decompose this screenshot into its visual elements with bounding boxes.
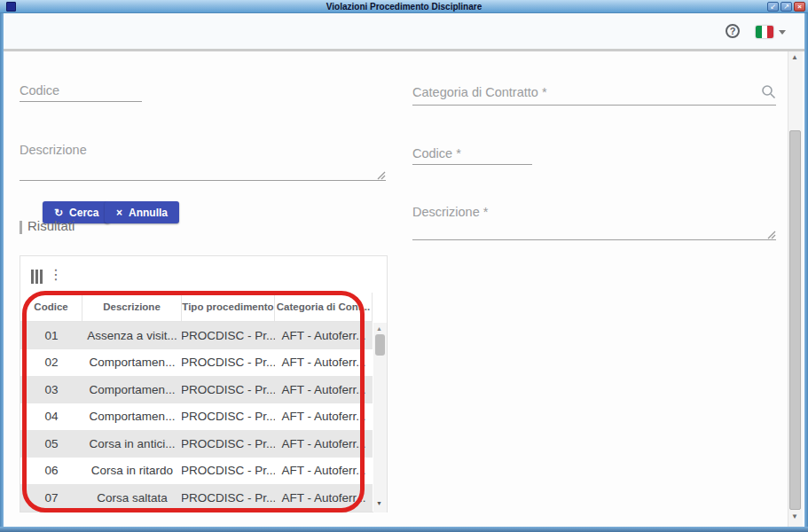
cerca-button-label: Cerca [69, 207, 98, 219]
table-cell[interactable]: AFT - Autoferr... [275, 491, 373, 505]
table-cell[interactable]: Comportamen... [82, 383, 182, 396]
results-table: CodiceDescrizioneTipo procedimentoCatego… [20, 293, 373, 512]
results-table-body: 01Assenza a visit...PROCDISC - Pr...AFT … [20, 322, 373, 512]
table-cell[interactable]: AFT - Autoferr... [275, 356, 373, 369]
column-header[interactable]: Categoria di Cont... [275, 293, 373, 321]
main-scrollbar-thumb[interactable] [789, 130, 801, 510]
annulla-button-label: Annulla [129, 207, 168, 219]
results-table-header: CodiceDescrizioneTipo procedimentoCatego… [20, 293, 373, 322]
table-cell[interactable]: AFT - Autoferr... [275, 464, 373, 477]
table-cell[interactable]: PROCDISC - Pr... [182, 491, 275, 505]
section-marker [20, 221, 22, 234]
table-cell[interactable]: PROCDISC - Pr... [182, 410, 275, 423]
close-window-icon[interactable]: × [794, 2, 805, 12]
table-cell[interactable]: AFT - Autoferr... [275, 437, 373, 450]
table-cell[interactable]: Corsa in antici... [82, 437, 182, 450]
table-row[interactable]: 07Corsa saltataPROCDISC - Pr...AFT - Aut… [20, 484, 373, 512]
table-cell[interactable]: PROCDISC - Pr... [182, 329, 275, 342]
table-cell[interactable]: Corsa in ritardo [82, 464, 182, 477]
table-cell[interactable]: AFT - Autoferr... [275, 329, 373, 342]
table-scroll-down-icon[interactable]: ▼ [376, 500, 382, 506]
table-cell[interactable]: PROCDISC - Pr... [182, 464, 275, 477]
main-scroll-up-icon[interactable]: ▲ [791, 53, 798, 61]
window-title: Violazioni Procedimento Disciplinare [0, 2, 808, 12]
maximize-window-icon[interactable]: ↗ [781, 2, 792, 12]
column-header[interactable]: Codice [20, 293, 82, 321]
table-row[interactable]: 01Assenza a visit...PROCDISC - Pr...AFT … [20, 322, 373, 349]
main-scroll-down-icon[interactable]: ▼ [791, 512, 798, 520]
table-cell[interactable]: 04 [20, 410, 82, 423]
restore-window-icon[interactable]: ↙ [767, 2, 779, 12]
table-cell[interactable]: Assenza a visit... [82, 329, 182, 342]
table-cell[interactable]: 07 [20, 491, 82, 505]
codice-detail-input[interactable] [412, 143, 532, 165]
table-cell[interactable]: PROCDISC - Pr... [182, 383, 275, 396]
table-row[interactable]: 04Comportamen...PROCDISC - Pr...AFT - Au… [20, 403, 373, 431]
table-row[interactable]: 05Corsa in antici...PROCDISC - Pr...AFT … [20, 430, 373, 458]
table-cell[interactable]: 02 [20, 356, 82, 369]
table-scrollbar-thumb[interactable] [375, 334, 385, 356]
table-cell[interactable]: 05 [20, 437, 82, 450]
annulla-button[interactable]: × Annulla [105, 201, 179, 223]
refresh-icon: ↻ [54, 207, 63, 219]
window-border-right [804, 13, 808, 532]
more-options-icon[interactable]: ⋮ [49, 266, 63, 284]
close-x-icon: × [116, 207, 122, 219]
descrizione-detail-textarea[interactable] [412, 202, 776, 240]
language-dropdown-caret-icon[interactable] [779, 30, 786, 38]
resize-grip-icon[interactable] [376, 170, 386, 180]
table-cell[interactable]: AFT - Autoferr... [275, 410, 373, 423]
categoria-contratto-input[interactable] [412, 80, 776, 106]
table-cell[interactable]: 01 [20, 329, 82, 342]
window-titlebar[interactable]: Violazioni Procedimento Disciplinare ↙ ↗… [0, 0, 808, 13]
results-section-title: Risultati [27, 218, 75, 233]
resize-grip-icon[interactable] [766, 230, 776, 239]
codice-filter-input[interactable] [20, 80, 142, 102]
table-row[interactable]: 06Corsa in ritardoPROCDISC - Pr...AFT - … [20, 458, 373, 485]
app-topbar [4, 13, 804, 51]
table-cell[interactable]: AFT - Autoferr... [275, 383, 373, 396]
table-cell[interactable]: PROCDISC - Pr... [182, 437, 275, 450]
table-cell[interactable]: Comportamen... [82, 356, 182, 369]
table-cell[interactable]: PROCDISC - Pr... [182, 356, 275, 369]
window-border-left [0, 13, 4, 532]
window-border-bottom [0, 527, 808, 532]
search-icon[interactable] [761, 84, 776, 99]
column-header[interactable]: Tipo procedimento [182, 293, 275, 321]
table-cell[interactable]: 03 [20, 383, 82, 396]
descrizione-filter-textarea[interactable] [20, 140, 386, 181]
table-cell[interactable]: Comportamen... [82, 410, 182, 423]
table-scroll-up-icon[interactable]: ▲ [376, 325, 382, 332]
column-header[interactable]: Descrizione [82, 293, 182, 321]
italian-flag-icon[interactable] [756, 26, 773, 38]
table-row[interactable]: 02Comportamen...PROCDISC - Pr...AFT - Au… [20, 349, 373, 377]
window-controls: ↙ ↗ × [767, 2, 805, 12]
table-cell[interactable]: Corsa saltata [82, 491, 182, 505]
column-settings-icon[interactable] [31, 270, 43, 284]
table-cell[interactable]: 06 [20, 464, 82, 477]
help-icon[interactable]: ? [726, 24, 740, 38]
table-row[interactable]: 03Comportamen...PROCDISC - Pr...AFT - Au… [20, 376, 373, 403]
